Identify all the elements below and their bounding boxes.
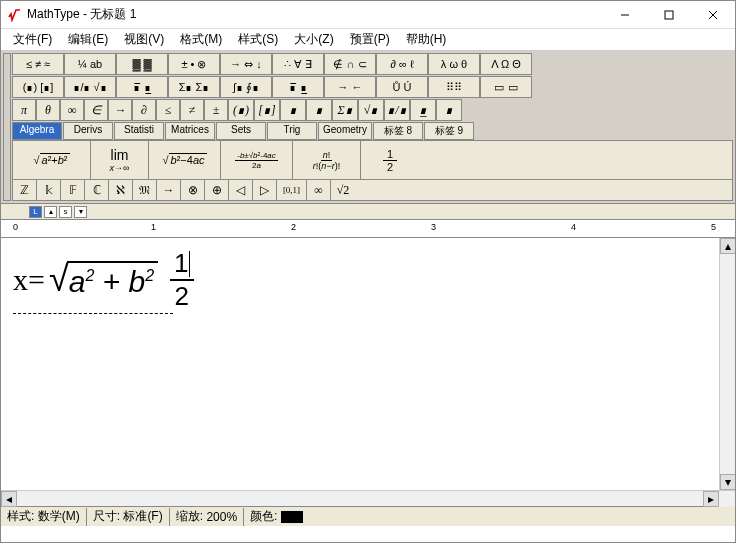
sym-tri-l[interactable]: ◁: [229, 180, 253, 200]
sym-otimes[interactable]: ⊗: [181, 180, 205, 200]
palette-boxes[interactable]: ▭ ▭: [480, 76, 532, 98]
sym-oplus[interactable]: ⊕: [205, 180, 229, 200]
palette-labeled-arrows[interactable]: → ←: [324, 76, 376, 98]
menu-style[interactable]: 样式(S): [230, 29, 286, 50]
sym-Z[interactable]: ℤ: [13, 180, 37, 200]
sym-M[interactable]: 𝔐: [133, 180, 157, 200]
window-title: MathType - 无标题 1: [27, 6, 603, 23]
vertical-scrollbar[interactable]: ▴ ▾: [719, 238, 735, 490]
palette-fractions[interactable]: ∎/∎ √∎: [64, 76, 116, 98]
menu-prefs[interactable]: 预置(P): [342, 29, 398, 50]
palette-products[interactable]: Ů Ú: [376, 76, 428, 98]
tpl-underline[interactable]: ∎̲: [410, 99, 436, 121]
sym-tri-r[interactable]: ▷: [253, 180, 277, 200]
tpl-sup[interactable]: ∎: [306, 99, 332, 121]
template-quadratic[interactable]: -b±√b²-4ac2a: [221, 141, 293, 179]
palette-set[interactable]: ∉ ∩ ⊂: [324, 53, 376, 75]
palette-misc[interactable]: ∂ ∞ ℓ: [376, 53, 428, 75]
tab-8[interactable]: 标签 8: [373, 122, 423, 140]
template-half[interactable]: 12: [361, 141, 419, 179]
sym-aleph[interactable]: ℵ: [109, 180, 133, 200]
tab-9[interactable]: 标签 9: [424, 122, 474, 140]
sym-interval[interactable]: [0,1]: [277, 180, 307, 200]
template-discriminant[interactable]: √b²−4ac: [149, 141, 221, 179]
sym-sqrt2[interactable]: √2: [331, 180, 355, 200]
status-size[interactable]: 尺寸: 标准(F): [87, 508, 170, 526]
status-color[interactable]: 颜色:: [244, 508, 309, 526]
tab-trig[interactable]: Trig: [267, 122, 317, 140]
maximize-button[interactable]: [647, 1, 691, 29]
tab-statisti[interactable]: Statisti: [114, 122, 164, 140]
toolbar-area: ≤ ≠ ≈ ¼ ab ▓ ▓ ± • ⊗ → ⇔ ↓ ∴ ∀ ∃ ∉ ∩ ⊂ ∂…: [1, 51, 735, 204]
template-lim[interactable]: limx→∞: [91, 141, 149, 179]
palette-subsup[interactable]: ∎̅ ∎̲: [116, 76, 168, 98]
palette-relational[interactable]: ≤ ≠ ≈: [12, 53, 64, 75]
menu-size[interactable]: 大小(Z): [286, 29, 341, 50]
tab-matrices[interactable]: Matrices: [165, 122, 215, 140]
sym-infty[interactable]: ∞: [60, 99, 84, 121]
scroll-right-button[interactable]: ▸: [703, 491, 719, 507]
scroll-up-button[interactable]: ▴: [720, 238, 736, 254]
minimize-button[interactable]: [603, 1, 647, 29]
palette-embellish[interactable]: ▓ ▓: [116, 53, 168, 75]
scroll-down-button[interactable]: ▾: [720, 474, 736, 490]
menu-help[interactable]: 帮助(H): [398, 29, 455, 50]
horizontal-scrollbar[interactable]: ◂ ▸: [1, 491, 719, 506]
tab-geometry[interactable]: Geometry: [318, 122, 372, 140]
tpl-paren[interactable]: (∎): [228, 99, 254, 121]
template-permutation[interactable]: n!r!(n−r)!: [293, 141, 361, 179]
sym-pm[interactable]: ±: [204, 99, 228, 121]
tpl-box[interactable]: ∎: [436, 99, 462, 121]
size-up-button[interactable]: ▴: [44, 206, 57, 218]
sym-theta[interactable]: θ: [36, 99, 60, 121]
grip-icon[interactable]: [3, 53, 11, 201]
palette-fences[interactable]: (∎) [∎]: [12, 76, 64, 98]
template-sqrt-ab[interactable]: √a²+b²: [13, 141, 91, 179]
scroll-left-button[interactable]: ◂: [1, 491, 17, 507]
size-small-button[interactable]: s: [59, 206, 72, 218]
palette-overbar[interactable]: ∎̅ ∎̲: [272, 76, 324, 98]
editor-canvas[interactable]: x= √ a2 + b2 1 2: [1, 238, 719, 490]
sym-F[interactable]: 𝔽: [61, 180, 85, 200]
palette-arrows[interactable]: → ⇔ ↓: [220, 53, 272, 75]
sym-leq[interactable]: ≤: [156, 99, 180, 121]
palette-integrals[interactable]: ∫∎ ∮∎: [220, 76, 272, 98]
scroll-track[interactable]: [720, 254, 735, 474]
sym-in[interactable]: ∈: [84, 99, 108, 121]
tpl-bracket[interactable]: [∎]: [254, 99, 280, 121]
palette-logical[interactable]: ∴ ∀ ∃: [272, 53, 324, 75]
tpl-sum[interactable]: Σ∎: [332, 99, 358, 121]
palette-greek-lower[interactable]: λ ω θ: [428, 53, 480, 75]
status-zoom[interactable]: 缩放: 200%: [170, 508, 244, 526]
tpl-sqrt[interactable]: √∎: [358, 99, 384, 121]
tab-algebra[interactable]: Algebra: [12, 122, 62, 140]
palette-operators[interactable]: ± • ⊗: [168, 53, 220, 75]
tab-sets[interactable]: Sets: [216, 122, 266, 140]
sym-pi[interactable]: π: [12, 99, 36, 121]
formula: x= √ a2 + b2 1 2: [13, 248, 707, 312]
ruler[interactable]: 0 1 2 3 4 5: [1, 220, 735, 238]
size-large-button[interactable]: L: [29, 206, 42, 218]
menu-file[interactable]: 文件(F): [5, 29, 60, 50]
menu-edit[interactable]: 编辑(E): [60, 29, 116, 50]
hscroll-track[interactable]: [17, 491, 703, 506]
menu-format[interactable]: 格式(M): [172, 29, 230, 50]
sym-neq[interactable]: ≠: [180, 99, 204, 121]
tpl-sub[interactable]: ∎: [280, 99, 306, 121]
sym-partial[interactable]: ∂: [132, 99, 156, 121]
tpl-frac[interactable]: ∎/∎: [384, 99, 410, 121]
sym-infty2[interactable]: ∞: [307, 180, 331, 200]
close-button[interactable]: [691, 1, 735, 29]
sym-rarrow[interactable]: →: [157, 180, 181, 200]
menu-view[interactable]: 视图(V): [116, 29, 172, 50]
tab-derivs[interactable]: Derivs: [63, 122, 113, 140]
size-down-button[interactable]: ▾: [74, 206, 87, 218]
palette-sums[interactable]: Σ∎ Σ∎: [168, 76, 220, 98]
palette-greek-upper[interactable]: Λ Ω Θ: [480, 53, 532, 75]
palette-matrices[interactable]: ⠿⠿: [428, 76, 480, 98]
status-style[interactable]: 样式: 数学(M): [1, 508, 87, 526]
palette-spaces[interactable]: ¼ ab: [64, 53, 116, 75]
sym-arrow[interactable]: →: [108, 99, 132, 121]
sym-k[interactable]: 𝕜: [37, 180, 61, 200]
sym-C[interactable]: ℂ: [85, 180, 109, 200]
